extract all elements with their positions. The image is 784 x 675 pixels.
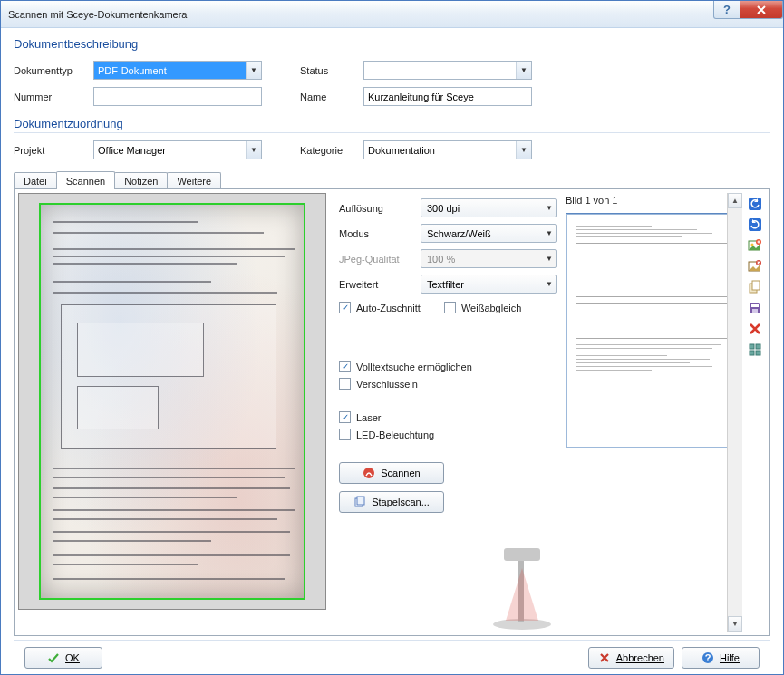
- scroll-down-button[interactable]: ▼: [728, 616, 742, 632]
- svg-rect-20: [750, 351, 754, 355]
- thumbnail-panel: Bild 1 von 1: [564, 193, 766, 632]
- mode-combo[interactable]: Schwarz/Weiß▼: [421, 224, 557, 243]
- scanner-device-image: [486, 532, 558, 632]
- image-delete-icon[interactable]: [746, 257, 764, 275]
- laser-checkbox[interactable]: ✓: [339, 411, 351, 423]
- svg-rect-2: [357, 497, 364, 505]
- tab-notes[interactable]: Notizen: [114, 172, 168, 189]
- name-input[interactable]: Kurzanleitung für Sceye: [363, 87, 532, 106]
- chevron-down-icon: ▼: [516, 62, 531, 79]
- ok-button[interactable]: OK: [24, 647, 102, 669]
- ok-icon: [47, 651, 60, 664]
- doctype-combo[interactable]: PDF-Dokument▼: [93, 61, 262, 80]
- svg-rect-19: [756, 344, 760, 349]
- advanced-label: Erweitert: [339, 279, 421, 290]
- resolution-label: Auflösung: [339, 203, 421, 214]
- status-combo[interactable]: ▼: [363, 61, 532, 80]
- scan-button[interactable]: Scannen: [339, 462, 444, 484]
- auto-crop-label: Auto-Zuschnitt: [356, 303, 421, 313]
- preview-document: [39, 203, 305, 600]
- close-titlebar-button[interactable]: [740, 1, 783, 19]
- tab-body-scan: Auflösung 300 dpi▼ Modus Schwarz/Weiß▼ J…: [14, 188, 770, 636]
- titlebar: Scannen mit Sceye-Dokumentenkamera ?: [1, 1, 783, 28]
- name-label: Name: [300, 92, 363, 102]
- chevron-down-icon: ▼: [246, 62, 261, 79]
- encrypt-label: Verschlüsseln: [356, 379, 418, 390]
- cancel-icon: [598, 651, 611, 664]
- chevron-down-icon: ▼: [546, 204, 553, 212]
- section-description-header: Dokumentbeschreibung: [14, 34, 770, 53]
- camera-preview[interactable]: [18, 193, 326, 610]
- select-all-icon[interactable]: [746, 341, 764, 359]
- jpeg-quality-label: JPeg-Qualität: [339, 254, 421, 265]
- tab-more[interactable]: Weitere: [167, 172, 221, 189]
- scan-settings: Auflösung 300 dpi▼ Modus Schwarz/Weiß▼ J…: [332, 193, 558, 632]
- cancel-button[interactable]: Abbrechen: [588, 647, 674, 669]
- auto-crop-checkbox[interactable]: ✓: [339, 302, 351, 313]
- fulltext-label: Volltextsuche ermöglichen: [356, 362, 472, 372]
- close-icon: [756, 5, 767, 15]
- svg-text:?: ?: [705, 652, 711, 663]
- thumbnail-header: Bild 1 von 1: [564, 193, 727, 209]
- rotate-left-icon[interactable]: [746, 195, 764, 213]
- status-label: Status: [300, 65, 363, 76]
- mode-label: Modus: [339, 228, 421, 239]
- laser-label: Laser: [356, 412, 382, 423]
- help-button[interactable]: ? Hilfe: [682, 647, 760, 669]
- white-balance-checkbox[interactable]: [444, 302, 456, 313]
- delete-icon[interactable]: [746, 320, 764, 338]
- svg-rect-17: [752, 309, 758, 313]
- chevron-down-icon: ▼: [516, 141, 531, 159]
- tab-scan[interactable]: Scannen: [56, 171, 115, 189]
- save-icon[interactable]: [746, 299, 764, 317]
- batch-scan-icon: [353, 496, 366, 508]
- tab-file[interactable]: Datei: [14, 172, 57, 189]
- category-combo[interactable]: Dokumentation▼: [363, 140, 532, 159]
- led-label: LED-Beleuchtung: [356, 429, 434, 440]
- svg-rect-16: [751, 304, 759, 307]
- rotate-right-icon[interactable]: [746, 216, 764, 234]
- svg-rect-18: [750, 344, 754, 349]
- batch-scan-button[interactable]: Stapelscan...: [339, 491, 444, 513]
- scroll-track[interactable]: [728, 208, 742, 616]
- svg-rect-21: [756, 351, 760, 355]
- number-input[interactable]: [93, 87, 262, 106]
- tab-bar: Datei Scannen Notizen Weitere: [14, 172, 770, 189]
- svg-marker-6: [506, 568, 538, 621]
- chevron-down-icon: ▼: [546, 229, 553, 237]
- encrypt-checkbox[interactable]: [339, 378, 351, 390]
- dialog-window: Scannen mit Sceye-Dokumentenkamera ? Dok…: [0, 0, 784, 675]
- thumbnail-1[interactable]: [566, 213, 727, 448]
- chevron-down-icon: ▼: [546, 280, 553, 288]
- copy-icon[interactable]: [746, 278, 764, 296]
- help-titlebar-button[interactable]: ?: [713, 1, 740, 19]
- svg-rect-5: [504, 548, 540, 561]
- number-label: Nummer: [14, 92, 93, 102]
- category-label: Kategorie: [300, 145, 363, 156]
- thumbnail-toolbar: [744, 193, 766, 632]
- project-label: Projekt: [14, 145, 93, 156]
- image-add-icon[interactable]: [746, 236, 764, 255]
- advanced-combo[interactable]: Textfilter▼: [421, 275, 557, 294]
- help-icon: ?: [702, 651, 714, 664]
- doctype-label: Dokumenttyp: [14, 65, 93, 76]
- fulltext-checkbox[interactable]: ✓: [339, 361, 351, 372]
- chevron-down-icon: ▼: [246, 141, 261, 159]
- dialog-footer: OK Abbrechen ? Hilfe: [14, 640, 770, 674]
- chevron-down-icon: ▼: [546, 255, 553, 263]
- window-title: Scannen mit Sceye-Dokumentenkamera: [8, 9, 714, 20]
- section-assignment-header: Dokumentzuordnung: [14, 113, 770, 133]
- led-checkbox[interactable]: [339, 429, 351, 440]
- thumbnail-scrollbar[interactable]: ▲ ▼: [727, 193, 742, 632]
- resolution-combo[interactable]: 300 dpi▼: [421, 198, 557, 217]
- scroll-up-button[interactable]: ▲: [728, 193, 742, 208]
- scan-icon: [363, 467, 375, 479]
- svg-rect-15: [752, 281, 760, 290]
- jpeg-quality-combo: 100 %▼: [421, 249, 557, 268]
- white-balance-label: Weißabgleich: [461, 303, 521, 313]
- project-combo[interactable]: Office Manager▼: [93, 140, 262, 159]
